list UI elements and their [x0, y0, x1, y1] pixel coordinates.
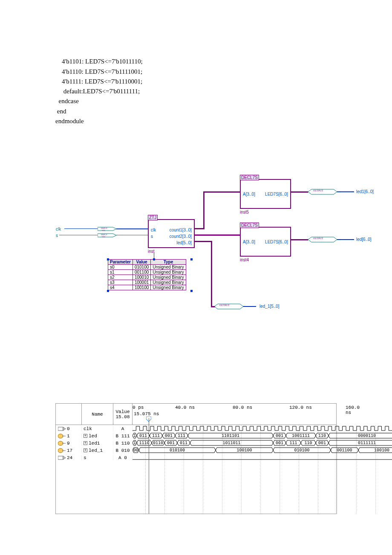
svg-rect-7 — [58, 427, 63, 431]
waveform-header: Name Value 15.08 0 ps 40.0 ns 80.0 ns 12… — [56, 404, 336, 425]
svg-text:111: 111 — [289, 441, 297, 445]
time-cursor[interactable] — [149, 418, 149, 514]
param-type: Unsigned Binary — [151, 280, 186, 285]
row-index: 1 — [56, 434, 81, 439]
expand-icon[interactable]: + — [84, 448, 87, 452]
param-type: Unsigned Binary — [151, 275, 186, 280]
signal-row-clk[interactable]: 0 clk A — [56, 425, 336, 432]
code-line: default:LED7S<=7'b0111111; — [55, 88, 140, 95]
wire — [203, 191, 241, 193]
svg-text:0111111: 0111111 — [358, 441, 376, 445]
signal-name: + led1 — [81, 441, 113, 446]
signal-name-text: led — [89, 434, 97, 439]
flat-waveform — [133, 454, 336, 461]
block-label: ZTJ — [148, 215, 158, 220]
block-label: DECL7S — [240, 175, 259, 180]
wire — [64, 228, 98, 229]
param-head-value: Value — [133, 260, 150, 265]
row-idx-num: 1 — [67, 434, 70, 439]
svg-text:010100: 010100 — [294, 448, 309, 453]
block-ztj: ZTJ clk s count1[3..0] count2[3..0] led[… — [148, 219, 195, 248]
wire — [337, 239, 354, 240]
port-led: led[5..0] — [176, 240, 192, 245]
table-handle[interactable] — [107, 258, 109, 260]
parameter-table: Parameter Value Type s0010100Unsigned Bi… — [108, 259, 186, 290]
code-line: endcase — [55, 98, 79, 104]
signal-value: A — [113, 426, 133, 431]
port-count2: count2[3..0] — [169, 234, 192, 239]
param-name: s2 — [108, 275, 133, 280]
name-col-head: Name — [81, 404, 113, 425]
svg-text:0110: 0110 — [153, 441, 163, 445]
port-a: A[3..0] — [242, 192, 256, 197]
svg-text:OUTPUT: OUTPUT — [313, 189, 323, 192]
table-handle[interactable] — [190, 258, 193, 260]
svg-text:111: 111 — [178, 434, 185, 438]
table-handle[interactable] — [107, 290, 109, 292]
signal-bus-out-icon — [58, 448, 66, 453]
signal-name: + led — [81, 434, 113, 439]
signal-value: B 110 — [113, 441, 133, 446]
waveform-rows: 0 clk A 1 + — [56, 425, 336, 461]
signal-name-text: clk — [84, 426, 92, 431]
expand-icon[interactable]: + — [84, 441, 87, 445]
wire — [195, 234, 241, 236]
svg-text:0000110: 0000110 — [358, 434, 376, 438]
time-tick-label: 80.0 ns — [233, 405, 252, 410]
value-header-time: 15.08 — [115, 414, 130, 419]
wire — [116, 235, 148, 235]
wire — [203, 191, 205, 229]
bus-waveform-led_1: 00010100100100010100001100100100 — [133, 447, 336, 454]
signal-name: s — [81, 455, 113, 460]
svg-text:001100: 001100 — [337, 448, 352, 453]
code-line: end — [55, 108, 66, 115]
input-pin-clk-label: clk — [56, 227, 61, 231]
svg-text:011: 011 — [139, 434, 147, 438]
code-line: 4'b1111: LED7S<=7'b1110001; — [55, 78, 142, 85]
schematic-diagram: clk INPUTVCC s INPUTVCC ZTJ clk s count1… — [55, 167, 337, 322]
param-val: 010100 — [133, 265, 150, 270]
param-name: s1 — [108, 270, 133, 275]
param-val: 001100 — [133, 270, 150, 275]
signal-in-icon — [58, 426, 66, 431]
svg-text:1101101: 1101101 — [222, 434, 239, 438]
svg-text:VCC: VCC — [102, 236, 106, 238]
input-pin-shape: INPUTVCC — [98, 225, 118, 232]
signal-row-led[interactable]: 1 + led B 111 10111110011111101101001100… — [56, 432, 336, 439]
wire — [337, 191, 354, 192]
svg-text:100100: 100100 — [374, 448, 389, 453]
row-index: 0 — [56, 426, 81, 431]
svg-text:100100: 100100 — [236, 448, 252, 453]
time-tick-label: 120.0 ns — [289, 405, 312, 410]
svg-text:001: 001 — [318, 441, 326, 445]
row-idx-num: 9 — [67, 441, 70, 446]
port-count1: count1[3..0] — [169, 228, 192, 232]
code-line: 4'b1101: LED7S<=7'b1011110; — [55, 58, 143, 65]
wire — [195, 241, 212, 242]
param-type: Unsigned Binary — [151, 265, 186, 270]
code-line: 4'b1110: LED7S<=7'b1111001; — [55, 68, 142, 75]
wire — [291, 191, 308, 193]
value-header: Value — [115, 409, 130, 414]
table-handle[interactable] — [190, 290, 193, 292]
signal-row-led_1[interactable]: 17 + led_1 B 010 00010100100100010100001… — [56, 447, 336, 454]
clock-waveform — [133, 425, 336, 432]
signal-value: B 010 — [113, 448, 133, 453]
svg-text:001: 001 — [165, 434, 173, 438]
signal-row-led1[interactable]: 9 + led1 B 110 1111001100010111011011001… — [56, 439, 336, 447]
time-tick-label: 160.0 ns — [346, 405, 360, 415]
time-axis[interactable]: 0 ps 40.0 ns 80.0 ns 120.0 ns 160.0 ns 2… — [133, 404, 336, 425]
param-name: s4 — [108, 285, 133, 290]
input-pin-shape: INPUTVCC — [98, 232, 118, 239]
time-tick-label: 40.0 ns — [175, 405, 195, 410]
param-type: Unsigned Binary — [151, 285, 186, 290]
block-label: DECL7S — [240, 223, 259, 228]
svg-text:001: 001 — [276, 441, 283, 445]
port-led7s: LED7S[6..0] — [265, 192, 288, 197]
table-handle[interactable] — [153, 258, 155, 260]
inst-label: inst4 — [240, 257, 249, 262]
signal-value: B 111 — [113, 434, 133, 439]
svg-text:VCC: VCC — [102, 229, 106, 231]
expand-icon[interactable]: + — [84, 434, 87, 438]
signal-row-s[interactable]: 24 s A 0 — [56, 454, 336, 461]
